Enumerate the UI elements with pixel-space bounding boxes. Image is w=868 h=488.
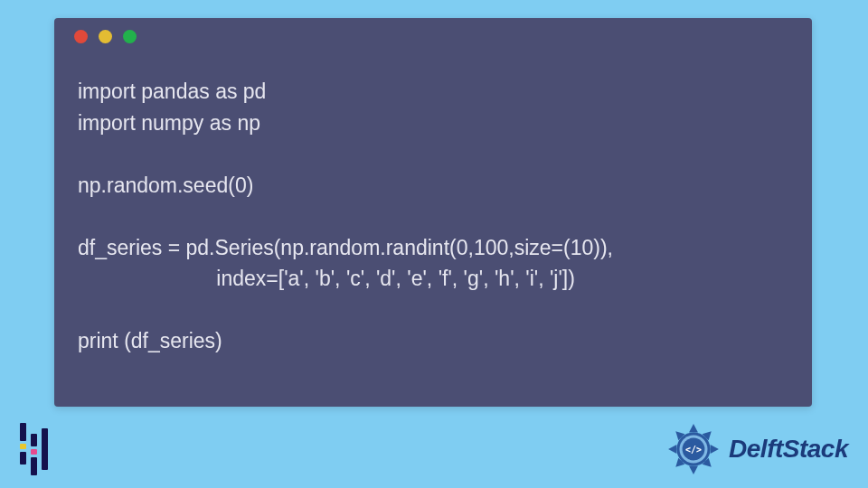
delftstack-brand: </> DelftStack [665,421,848,477]
delftstack-badge-icon: </> [665,421,722,477]
svg-text:</>: </> [685,445,702,455]
brand-name: DelftStack [729,435,848,464]
footer: </> DelftStack [0,416,868,488]
code-line: df_series = pd.Series(np.random.randint(… [78,236,613,259]
window-maximize-dot[interactable] [123,30,137,43]
code-line: np.random.seed(0) [78,174,253,197]
code-line: import pandas as pd [78,80,266,103]
pandas-logo-icon [20,428,48,470]
code-body: import pandas as pd import numpy as np n… [54,54,812,357]
code-line: index=['a', 'b', 'c', 'd', 'e', 'f', 'g'… [78,267,575,290]
window-titlebar [54,18,812,54]
window-close-dot[interactable] [74,30,88,43]
window-minimize-dot[interactable] [99,30,112,43]
code-line: import numpy as np [78,111,260,135]
code-line: print (df_series) [78,329,222,352]
code-window: import pandas as pd import numpy as np n… [54,18,812,407]
